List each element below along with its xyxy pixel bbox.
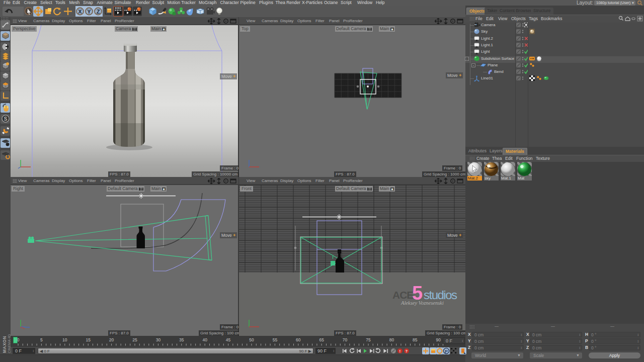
svg-text:35: 35 (179, 337, 184, 342)
svg-text:S: S (4, 116, 8, 122)
svg-text:30: 30 (156, 337, 161, 342)
svg-text:65: 65 (319, 337, 324, 342)
svg-text:15: 15 (86, 337, 91, 342)
svg-text:X: X (78, 9, 82, 15)
svg-text:40: 40 (202, 337, 207, 342)
svg-text:Aleksey Voznesenski: Aleksey Voznesenski (400, 300, 444, 306)
svg-text:45: 45 (226, 337, 231, 342)
svg-text:70: 70 (343, 337, 348, 342)
svg-text:10: 10 (62, 337, 67, 342)
svg-text:?: ? (406, 349, 408, 353)
svg-text:studios: studios (424, 288, 457, 302)
svg-text:80: 80 (389, 337, 394, 342)
svg-text:Z: Z (97, 9, 100, 15)
svg-text:50: 50 (249, 337, 254, 342)
svg-text:20: 20 (109, 337, 114, 342)
svg-text:90: 90 (436, 337, 441, 342)
svg-text:Y: Y (87, 9, 91, 15)
svg-text:5: 5 (40, 337, 43, 342)
svg-text:ACE: ACE (392, 289, 414, 301)
svg-text:60: 60 (296, 337, 301, 342)
svg-text:0: 0 (17, 337, 20, 342)
svg-text:25: 25 (132, 337, 137, 342)
svg-text:75: 75 (366, 337, 371, 342)
svg-text:55: 55 (273, 337, 278, 342)
svg-text:!: ! (399, 349, 400, 353)
svg-text:85: 85 (413, 337, 418, 342)
svg-text:P: P (445, 349, 448, 354)
